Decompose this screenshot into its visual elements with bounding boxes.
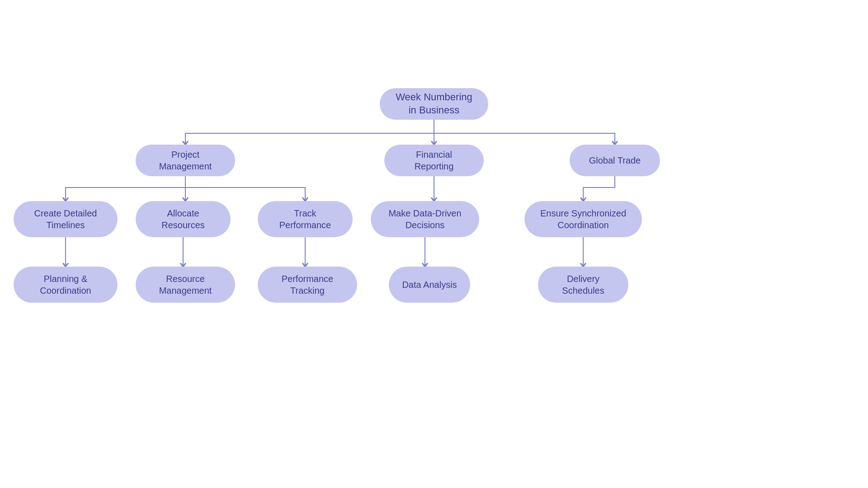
node-track-performance: Track Performance: [258, 201, 353, 237]
node-delivery-schedules: Delivery Schedules: [538, 267, 628, 303]
connectors-svg: [0, 0, 868, 488]
node-allocate-resources: Allocate Resources: [136, 201, 231, 237]
node-create-detailed-timelines: Create Detailed Timelines: [14, 201, 118, 237]
node-financial-reporting: Financial Reporting: [384, 145, 484, 176]
node-performance-tracking: Performance Tracking: [258, 267, 357, 303]
node-ensure-synchronized-coordination: Ensure Synchronized Coordination: [524, 201, 642, 237]
diagram-container: Week Numbering in Business Project Manag…: [0, 0, 868, 488]
node-project-management: Project Management: [136, 145, 235, 176]
node-global-trade: Global Trade: [570, 145, 660, 176]
node-resource-management: Resource Management: [136, 267, 235, 303]
node-planning-coordination: Planning & Coordination: [14, 267, 118, 303]
node-make-data-driven-decisions: Make Data-Driven Decisions: [371, 201, 479, 237]
node-root: Week Numbering in Business: [380, 88, 488, 120]
node-data-analysis: Data Analysis: [389, 267, 470, 303]
